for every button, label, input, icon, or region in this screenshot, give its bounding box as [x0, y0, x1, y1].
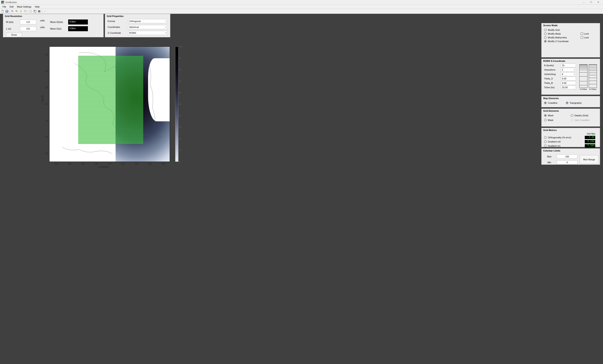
app-logo-icon: [1, 1, 4, 4]
maximize-button[interactable]: ☐: [588, 0, 595, 4]
menu-file[interactable]: File: [1, 5, 8, 8]
rotate-icon[interactable]: [23, 10, 27, 13]
menu-mask-settings[interactable]: Mask Settings: [15, 5, 33, 8]
svg-rect-11: [30, 10, 32, 12]
pan-icon[interactable]: [19, 10, 23, 13]
zoom-in-icon[interactable]: [11, 10, 14, 13]
menu-help[interactable]: Help: [33, 5, 41, 8]
zoom-out-icon[interactable]: [15, 10, 19, 13]
toolbar-separator: [28, 10, 28, 13]
window-title: GridBuilder: [5, 1, 580, 4]
svg-rect-3: [6, 11, 7, 12]
svg-line-9: [17, 11, 18, 12]
select-rect-icon[interactable]: [29, 10, 33, 13]
svg-line-5: [13, 11, 14, 12]
svg-rect-13: [34, 10, 35, 11]
svg-rect-14: [38, 10, 40, 12]
save-icon[interactable]: [5, 10, 9, 13]
toolbar-separator: [42, 10, 42, 13]
minimize-button[interactable]: –: [580, 0, 588, 4]
fill-rect-icon[interactable]: [37, 10, 41, 13]
window-titlebar: GridBuilder – ☐ ✕: [0, 0, 603, 5]
toolbar: ?: [0, 9, 603, 14]
close-button[interactable]: ✕: [595, 0, 602, 4]
help-icon[interactable]: ?: [43, 10, 47, 13]
new-file-icon[interactable]: [1, 10, 5, 13]
select-region-icon[interactable]: [33, 10, 37, 13]
menu-bar: File Edit Mask Settings Help: [0, 5, 603, 9]
menu-edit[interactable]: Edit: [8, 5, 15, 8]
svg-rect-2: [6, 10, 8, 11]
svg-text:?: ?: [44, 10, 46, 12]
toolbar-separator: [10, 10, 10, 13]
